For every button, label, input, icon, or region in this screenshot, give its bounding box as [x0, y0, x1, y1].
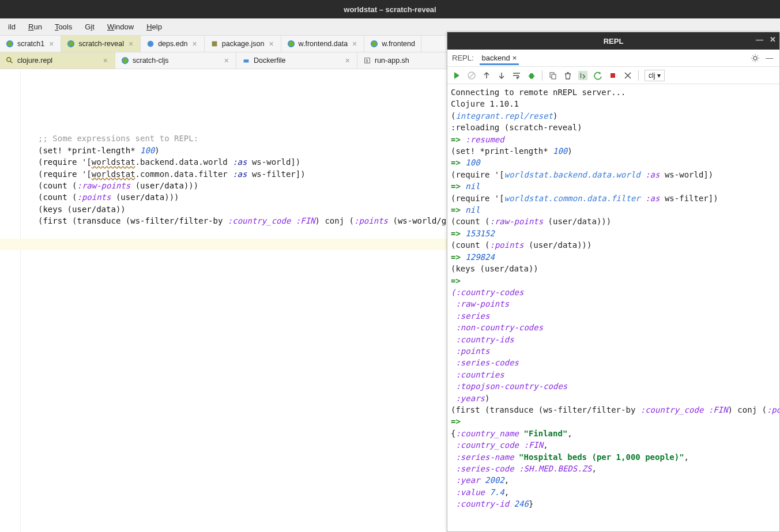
repl-toolbar: clj ▾ [447, 67, 779, 84]
tab-w-frontend[interactable]: w.frontend [364, 36, 421, 52]
separator [638, 70, 639, 81]
search-icon [6, 56, 14, 65]
svg-point-16 [529, 73, 534, 79]
rerun-icon[interactable] [593, 71, 602, 80]
editor-content: ;; Some expressions sent to REPL: (set! … [38, 121, 480, 227]
tab-scratch-reveal[interactable]: scratch-reveal × [61, 36, 141, 52]
tab-deps-edn[interactable]: deps.edn × [141, 36, 205, 52]
repl-tool-window: REPL — ✕ REPL: backend × — clj ▾ Connect… [447, 32, 780, 532]
docker-icon [242, 56, 250, 65]
window-titlebar: worldstat – scratch-reveal [0, 0, 780, 18]
repl-session-name: backend [482, 54, 510, 62]
svg-point-5 [371, 41, 378, 47]
bug-icon[interactable] [527, 71, 536, 80]
close-icon[interactable]: × [513, 54, 517, 62]
svg-rect-20 [552, 74, 556, 79]
close-icon[interactable]: × [344, 56, 351, 65]
svg-text:$: $ [365, 59, 368, 63]
svg-point-8 [122, 58, 129, 64]
run-icon[interactable] [452, 71, 461, 80]
svg-rect-3 [212, 41, 217, 47]
trash-icon[interactable] [563, 71, 572, 80]
arrow-up-icon[interactable] [482, 71, 491, 80]
clojure-icon [121, 56, 129, 65]
tab-label: w.frontend [382, 40, 415, 48]
menu-tools[interactable]: Tools [49, 20, 78, 33]
menu-window[interactable]: Window [101, 20, 140, 33]
tab-label: Dockerfile [254, 56, 286, 65]
svg-marker-13 [454, 72, 459, 79]
clojure-icon [287, 40, 295, 48]
close-icon[interactable]: × [191, 39, 198, 48]
window-title: worldstat – scratch-reveal [344, 5, 436, 14]
repl-lang-value: clj [649, 71, 655, 80]
stop-icon[interactable] [608, 71, 617, 80]
tab-clojure-repl[interactable]: clojure.repl × [0, 52, 115, 69]
tab-label: run-app.sh [375, 56, 409, 65]
close-icon[interactable]: × [223, 56, 230, 65]
scroll-to-end-icon[interactable] [578, 71, 587, 80]
svg-point-12 [753, 56, 757, 60]
tab-dockerfile[interactable]: Dockerfile × [236, 52, 357, 69]
menu-run[interactable]: Run [22, 20, 48, 33]
close-icon[interactable]: ✕ [770, 35, 776, 44]
tab-label: deps.edn [158, 40, 187, 48]
tab-label: package.json [222, 40, 265, 48]
clojure-icon [370, 40, 378, 48]
tab-scratch-cljs[interactable]: scratch-cljs × [115, 52, 236, 69]
tab-label: w.frontend.data [299, 40, 348, 48]
svg-point-0 [7, 41, 13, 47]
tab-label: clojure.repl [17, 56, 52, 65]
clojure-icon [67, 40, 75, 48]
copy-icon[interactable] [548, 71, 557, 80]
tab-label: scratch-cljs [133, 56, 169, 65]
svg-marker-21 [599, 72, 601, 74]
stop-disabled-icon [467, 71, 476, 80]
tab-scratch1[interactable]: scratch1 × [0, 36, 61, 52]
svg-point-2 [148, 41, 154, 47]
svg-rect-9 [244, 59, 249, 62]
clojure-icon [6, 40, 14, 48]
svg-point-6 [7, 58, 11, 62]
tab-label: scratch-reveal [78, 40, 124, 48]
repl-titlebar[interactable]: REPL — ✕ [447, 32, 779, 50]
repl-subbar: REPL: backend × — [447, 50, 779, 67]
close-icon[interactable]: × [102, 56, 109, 65]
tab-package-json[interactable]: package.json × [205, 36, 281, 52]
close-icon[interactable]: × [127, 39, 134, 48]
repl-output[interactable]: Connecting to remote nREPL server... Clo… [447, 84, 779, 512]
svg-line-15 [469, 73, 474, 78]
menu-git[interactable]: Git [79, 20, 100, 33]
repl-session-tab[interactable]: backend × [480, 51, 519, 65]
minimize-icon[interactable]: — [756, 35, 763, 44]
close-icon[interactable]: × [267, 39, 274, 48]
editor-gutter [0, 69, 21, 532]
chevron-down-icon: ▾ [657, 71, 661, 80]
edn-icon [146, 40, 155, 48]
svg-line-7 [10, 61, 13, 63]
close-icon[interactable]: × [48, 39, 55, 48]
svg-point-4 [288, 41, 294, 47]
menu-help[interactable]: Help [141, 20, 168, 33]
svg-point-1 [68, 41, 74, 47]
close-session-icon[interactable] [623, 71, 632, 80]
close-icon[interactable]: × [351, 39, 358, 48]
tab-label: scratch1 [17, 40, 44, 48]
arrow-down-icon[interactable] [497, 71, 506, 80]
json-icon [210, 40, 218, 48]
repl-label: REPL: [452, 54, 474, 62]
minimize-icon[interactable]: — [766, 54, 775, 63]
separator [542, 70, 542, 81]
shell-icon: $ [363, 56, 371, 65]
menu-ild[interactable]: ild [2, 20, 21, 33]
wrap-icon[interactable] [512, 71, 521, 80]
gear-icon[interactable] [751, 54, 760, 63]
repl-title-text: REPL [604, 37, 624, 46]
svg-rect-22 [611, 73, 615, 78]
repl-lang-dropdown[interactable]: clj ▾ [645, 70, 665, 81]
tab-w-frontend-data[interactable]: w.frontend.data × [281, 36, 365, 52]
